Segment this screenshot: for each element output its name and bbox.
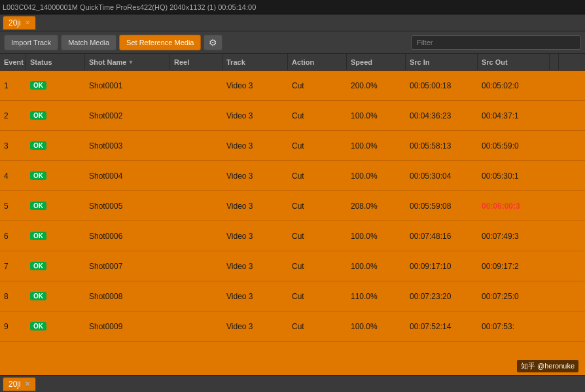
cell-scrollbar <box>550 131 559 160</box>
settings-gear-button[interactable]: ⚙ <box>204 35 222 50</box>
cell-reel <box>170 161 222 190</box>
cell-speed: 100.0% <box>347 161 406 190</box>
cell-speed: 100.0% <box>347 312 406 341</box>
cell-src-in: 00:05:00:18 <box>406 71 478 100</box>
cell-reel <box>170 131 222 160</box>
cell-action: Cut <box>288 131 347 160</box>
cell-status: OK <box>26 312 85 341</box>
cell-event: 7 <box>0 251 26 281</box>
cell-status: OK <box>26 251 85 281</box>
table-wrapper: Event Status Shot Name ▼ Reel Track Acti… <box>0 54 585 375</box>
status-ok-badge: OK <box>30 111 46 120</box>
table-row[interactable]: 9 OK Shot0009 Video 3 Cut 100.0% 00:07:5… <box>0 312 585 342</box>
table-row[interactable]: 3 OK Shot0003 Video 3 Cut 100.0% 00:05:5… <box>0 131 585 161</box>
cell-src-in: 00:04:36:23 <box>406 101 478 130</box>
table-row[interactable]: 7 OK Shot0007 Video 3 Cut 100.0% 00:09:1… <box>0 251 585 281</box>
cell-track: Video 3 <box>222 131 288 160</box>
table-row[interactable]: 2 OK Shot0002 Video 3 Cut 100.0% 00:04:3… <box>0 101 585 131</box>
col-header-action: Action <box>288 54 347 70</box>
cell-track: Video 3 <box>222 221 288 251</box>
cell-scrollbar <box>550 221 559 251</box>
table-row[interactable]: 4 OK Shot0004 Video 3 Cut 100.0% 00:05:3… <box>0 161 585 191</box>
cell-speed: 200.0% <box>347 71 406 100</box>
tab-label: 20ji <box>9 18 21 27</box>
status-ok-badge: OK <box>30 141 46 150</box>
cell-action: Cut <box>288 191 347 221</box>
cell-event: 8 <box>0 281 26 311</box>
col-header-src-in: Src In <box>406 54 478 70</box>
table-row[interactable]: 8 OK Shot0008 Video 3 Cut 110.0% 00:07:2… <box>0 281 585 312</box>
set-reference-media-button[interactable]: Set Reference Media <box>119 35 201 50</box>
cell-scrollbar <box>550 191 559 221</box>
cell-track: Video 3 <box>222 312 288 341</box>
cell-src-out: 00:06:00:3 <box>478 191 550 221</box>
cell-src-out: 00:04:37:1 <box>478 101 550 130</box>
cell-shot-name: Shot0001 <box>85 71 170 100</box>
filter-input[interactable] <box>411 35 581 50</box>
bottom-tab-close-icon[interactable]: ✕ <box>25 380 30 387</box>
cell-action: Cut <box>288 221 347 251</box>
col-header-track: Track <box>222 54 288 70</box>
cell-speed: 100.0% <box>347 221 406 251</box>
cell-event: 2 <box>0 101 26 130</box>
cell-shot-name: Shot0005 <box>85 191 170 221</box>
cell-scrollbar <box>550 251 559 281</box>
cell-event: 9 <box>0 312 26 341</box>
status-ok-badge: OK <box>30 202 46 210</box>
cell-status: OK <box>26 161 85 190</box>
table-row[interactable]: 5 OK Shot0005 Video 3 Cut 208.0% 00:05:5… <box>0 191 585 221</box>
cell-scrollbar <box>550 312 559 341</box>
col-header-reel: Reel <box>170 54 222 70</box>
cell-status: OK <box>26 71 85 100</box>
cell-status: OK <box>26 131 85 160</box>
cell-event: 5 <box>0 191 26 221</box>
cell-scrollbar <box>550 281 559 311</box>
sort-arrow-icon: ▼ <box>128 59 133 65</box>
cell-status: OK <box>26 191 85 221</box>
cell-event: 1 <box>0 71 26 100</box>
cell-shot-name: Shot0002 <box>85 101 170 130</box>
cell-action: Cut <box>288 251 347 281</box>
cell-track: Video 3 <box>222 101 288 130</box>
tab-20ji[interactable]: 20ji ✕ <box>3 16 36 30</box>
tab-bar: 20ji ✕ <box>0 14 585 31</box>
bottom-bar: 20ji ✕ <box>0 375 585 392</box>
cell-scrollbar <box>550 101 559 130</box>
cell-speed: 100.0% <box>347 101 406 130</box>
cell-scrollbar <box>550 71 559 100</box>
cell-action: Cut <box>288 101 347 130</box>
cell-reel <box>170 281 222 311</box>
cell-track: Video 3 <box>222 71 288 100</box>
cell-status: OK <box>26 101 85 130</box>
cell-src-in: 00:07:48:16 <box>406 221 478 251</box>
table-header: Event Status Shot Name ▼ Reel Track Acti… <box>0 54 585 71</box>
cell-src-out: 00:05:30:1 <box>478 161 550 190</box>
status-ok-badge: OK <box>30 322 46 330</box>
tab-close-icon[interactable]: ✕ <box>25 19 30 26</box>
cell-src-in: 00:05:58:13 <box>406 131 478 160</box>
cell-src-in: 00:07:52:14 <box>406 312 478 341</box>
cell-src-in: 00:05:59:08 <box>406 191 478 221</box>
cell-src-in: 00:09:17:10 <box>406 251 478 281</box>
col-header-shot-name[interactable]: Shot Name ▼ <box>85 54 170 70</box>
cell-shot-name: Shot0004 <box>85 161 170 190</box>
cell-event: 6 <box>0 221 26 251</box>
import-track-button[interactable]: Import Track <box>4 35 58 50</box>
cell-src-out: 00:09:17:2 <box>478 251 550 281</box>
cell-shot-name: Shot0003 <box>85 131 170 160</box>
status-ok-badge: OK <box>30 292 46 300</box>
toolbar: Import Track Match Media Set Reference M… <box>0 31 585 54</box>
table-row[interactable]: 1 OK Shot0001 Video 3 Cut 200.0% 00:05:0… <box>0 71 585 101</box>
match-media-button[interactable]: Match Media <box>61 35 116 50</box>
status-ok-badge: OK <box>30 232 46 240</box>
cell-status: OK <box>26 221 85 251</box>
cell-reel <box>170 71 222 100</box>
cell-track: Video 3 <box>222 161 288 190</box>
col-header-event: Event <box>0 54 26 70</box>
cell-src-in: 00:07:23:20 <box>406 281 478 311</box>
cell-speed: 110.0% <box>347 281 406 311</box>
cell-reel <box>170 251 222 281</box>
bottom-tab-20ji[interactable]: 20ji ✕ <box>3 377 36 391</box>
status-ok-badge: OK <box>30 262 46 270</box>
table-row[interactable]: 6 OK Shot0006 Video 3 Cut 100.0% 00:07:4… <box>0 221 585 251</box>
